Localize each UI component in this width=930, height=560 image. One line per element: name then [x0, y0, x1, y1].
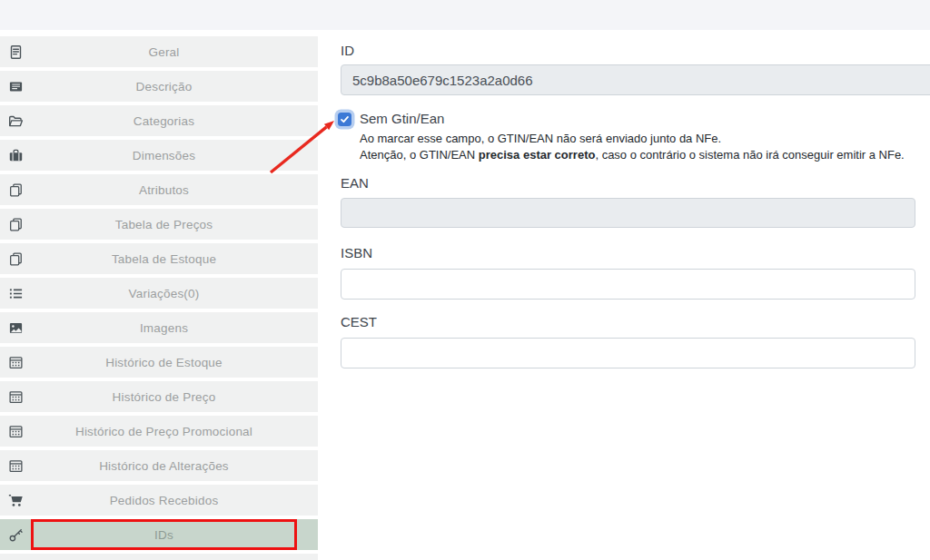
- sidebar-item-label: Dimensões: [31, 140, 297, 171]
- sidebar-item-label: [31, 554, 297, 560]
- list-icon: [0, 278, 31, 309]
- sidebar-item-label: Descrição: [31, 71, 297, 102]
- sidebar-item-historico-de-alteracoes[interactable]: Histórico de Alterações: [0, 450, 318, 481]
- sidebar-item-label: Geral: [31, 36, 297, 67]
- isbn-input[interactable]: [341, 269, 915, 300]
- sidebar-item-label: Histórico de Preço Promocional: [31, 416, 297, 447]
- sidebar-item-partial: [0, 554, 318, 560]
- copy-icon: [0, 243, 31, 274]
- copy-icon: [0, 174, 31, 205]
- sidebar: GeralDescriçãoCategoriasDimensõesAtribut…: [0, 30, 318, 560]
- ean-input: [341, 198, 915, 228]
- image-icon: [0, 312, 31, 343]
- briefcase-icon: [0, 140, 31, 171]
- calendar-icon: [0, 450, 31, 481]
- top-bar: [0, 0, 930, 30]
- sidebar-item-geral[interactable]: Geral: [0, 36, 318, 67]
- sidebar-item-label: Histórico de Estoque: [31, 347, 297, 378]
- sidebar-item-categorias[interactable]: Categorias: [0, 105, 318, 136]
- cest-field-label: CEST: [341, 314, 377, 329]
- calendar-icon: [0, 416, 31, 447]
- cest-input[interactable]: [341, 338, 915, 368]
- sidebar-item-historico-de-preco[interactable]: Histórico de Preço: [0, 381, 318, 412]
- sidebar-item-descricao[interactable]: Descrição: [0, 71, 318, 102]
- sidebar-item-pedidos-recebidos[interactable]: Pedidos Recebidos: [0, 485, 318, 516]
- sidebar-item-label: Tabela de Estoque: [31, 243, 297, 274]
- product-edit-page: GeralDescriçãoCategoriasDimensõesAtribut…: [0, 0, 930, 560]
- gtin-help-line2-bold: precisa estar correto: [479, 148, 596, 162]
- file-text-icon: [0, 36, 31, 67]
- sidebar-item-label: Imagens: [31, 312, 297, 343]
- gtin-help-line1: Ao marcar esse campo, o GTIN/EAN não ser…: [360, 132, 721, 145]
- sidebar-item-label: Atributos: [31, 174, 297, 205]
- sidebar-item-label: Variações(0): [31, 278, 297, 309]
- sem-gtin-label: Sem Gtin/Ean: [360, 111, 444, 126]
- copy-icon: [0, 209, 31, 240]
- sidebar-item-label-highlighted: IDs: [31, 519, 297, 550]
- sidebar-item-label: Histórico de Preço: [31, 381, 297, 412]
- calendar-icon: [0, 347, 31, 378]
- unknown-icon: [0, 554, 31, 560]
- sidebar-item-historico-de-estoque[interactable]: Histórico de Estoque: [0, 347, 318, 378]
- calendar-icon: [0, 381, 31, 412]
- isbn-field-label: ISBN: [341, 245, 372, 260]
- sidebar-item-dimensoes[interactable]: Dimensões: [0, 140, 318, 171]
- sidebar-item-label: Categorias: [31, 105, 297, 136]
- folder-open-icon: [0, 105, 31, 136]
- id-input[interactable]: [341, 64, 930, 95]
- gtin-help-line2-pre: Atenção, o GTIN/EAN: [360, 148, 479, 162]
- cart-icon: [0, 485, 31, 516]
- sidebar-item-imagens[interactable]: Imagens: [0, 312, 318, 343]
- sidebar-item-tabela-de-precos[interactable]: Tabela de Preços: [0, 209, 318, 240]
- sidebar-item-atributos[interactable]: Atributos: [0, 174, 318, 205]
- sidebar-item-variacoes-0[interactable]: Variações(0): [0, 278, 318, 309]
- sidebar-item-label: Pedidos Recebidos: [31, 485, 297, 516]
- sem-gtin-checkbox[interactable]: [338, 113, 351, 126]
- card-text-icon: [0, 71, 31, 102]
- ean-field-label: EAN: [341, 175, 369, 191]
- sidebar-item-tabela-de-estoque[interactable]: Tabela de Estoque: [0, 243, 318, 274]
- id-field-label: ID: [341, 43, 354, 58]
- sidebar-item-label: Tabela de Preços: [31, 209, 297, 240]
- gtin-help-line2: Atenção, o GTIN/EAN precisa estar corret…: [360, 148, 905, 162]
- gtin-help-line2-post: , caso o contrário o sistema não irá con…: [595, 148, 904, 162]
- sidebar-item-historico-de-preco-promocional[interactable]: Histórico de Preço Promocional: [0, 416, 318, 447]
- checkmark-icon: [340, 114, 350, 124]
- key-icon: [0, 519, 31, 550]
- sidebar-item-ids[interactable]: IDs: [0, 519, 318, 550]
- sidebar-item-label: Histórico de Alterações: [31, 450, 297, 481]
